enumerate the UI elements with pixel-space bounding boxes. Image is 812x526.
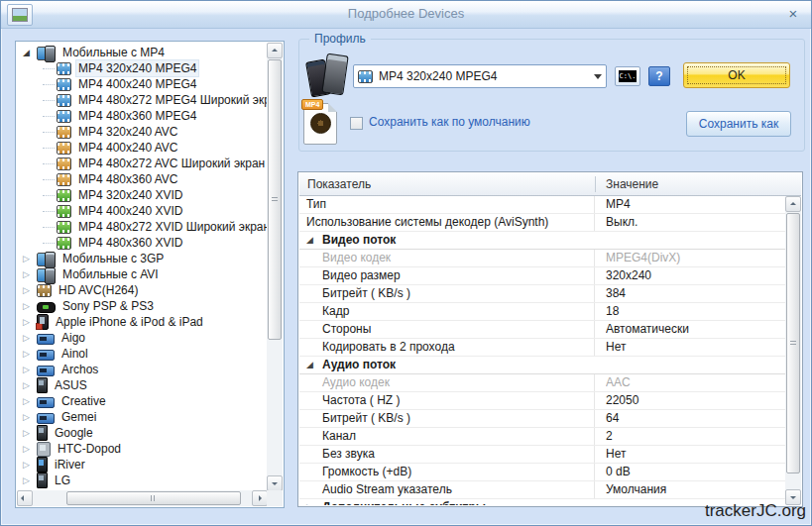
expand-arrow-icon[interactable]: ▷ [23,441,37,457]
property-name: Стороны [299,321,594,338]
arrow-down-icon [272,482,278,485]
expand-arrow-icon[interactable]: ▷ [23,282,37,298]
expand-arrow-icon[interactable]: ▷ [23,251,37,266]
collapse-arrow-icon[interactable]: ◢ [306,357,313,373]
tree-item[interactable]: ▷HD AVC(H264) [17,282,267,298]
expand-arrow-icon[interactable]: ▷ [23,377,37,393]
expand-arrow-icon[interactable]: ▷ [23,425,37,441]
expand-arrow-icon[interactable]: ▷ [23,330,37,346]
table-row[interactable]: Видео кодекMPEG4(DivX) [299,250,785,267]
table-row[interactable]: Канал2 [299,428,785,446]
table-row[interactable]: Битрейт ( KB/s )384 [299,285,785,303]
table-row[interactable]: Использование системы декодер (AviSynth)… [299,214,785,232]
tree-item[interactable]: ◢Мобильные с MP4 [17,45,267,60]
tree-item[interactable]: MP4 480x360 AVC [17,171,267,187]
tree-item[interactable]: ▷LG [17,473,267,488]
tree-item[interactable]: ▷Apple iPhone & iPod & iPad [17,314,267,330]
property-value: 2 [606,428,785,445]
table-vertical-scrollbar[interactable] [785,196,801,505]
tree-item[interactable]: MP4 400x240 MPEG4 [17,76,267,92]
scroll-right-button[interactable] [252,490,268,506]
tree-item[interactable]: ▷Aigo [17,330,267,346]
help-button[interactable]: ? [648,66,670,86]
collapse-arrow-icon[interactable]: ◢ [23,45,37,60]
expand-arrow-icon[interactable]: ▷ [23,457,37,473]
table-scroll-thumb[interactable] [786,213,800,473]
column-header-name[interactable]: Показатель [307,173,371,195]
group-row-label: Видео поток [322,232,396,249]
table-row[interactable]: Кадр18 [299,303,785,321]
column-divider [594,464,595,480]
tree-item[interactable]: ▷ASUS [17,377,267,393]
tree-item[interactable]: ▷Google [17,425,267,441]
film-icon [57,94,71,107]
property-name: Аудио кодек [299,374,594,391]
expand-arrow-icon[interactable]: ▷ [306,499,313,505]
table-row[interactable]: Видео размер320x240 [299,267,785,285]
tree-item-label: iRiver [53,457,87,473]
arrow-up-icon [272,49,278,52]
expand-arrow-icon[interactable]: ▷ [23,393,37,409]
collapse-arrow-icon[interactable]: ◢ [306,232,313,249]
expand-arrow-icon[interactable]: ▷ [23,298,37,314]
scroll-up-button[interactable] [785,196,801,212]
table-row[interactable]: Битрейт ( KB/s )64 [299,410,785,428]
column-header-value[interactable]: Значение [606,173,658,195]
table-row[interactable]: Аудио кодекAAC [299,374,785,392]
tree-item[interactable]: MP4 480x272 AVC Широкий экран [17,156,267,171]
ok-button[interactable]: OK [683,62,790,88]
expand-arrow-icon[interactable]: ▷ [23,362,37,377]
tree-item[interactable]: ▷Мобильные с 3GP [17,251,267,266]
player-icon [37,350,55,361]
tree-item[interactable]: MP4 320x240 AVC [17,124,267,140]
save-as-button[interactable]: Сохранить как [686,111,791,137]
tree-scroll-thumb[interactable] [268,59,282,340]
property-value: MP4 [606,196,785,213]
table-row[interactable]: СтороныАвтоматически [299,321,785,339]
tree-horizontal-scrollbar[interactable] [17,490,268,506]
property-value: Умолчания [606,481,785,498]
tree-item[interactable]: ▷Ainol [17,346,267,362]
tree-item[interactable]: ▷Archos [17,362,267,377]
table-group-row[interactable]: ◢Аудио поток [299,357,785,374]
close-icon[interactable]: × [783,4,803,24]
scroll-down-button[interactable] [267,475,283,491]
expand-arrow-icon[interactable]: ▷ [23,314,37,330]
column-divider [594,339,595,356]
column-divider [594,285,595,302]
tree-item[interactable]: ▷Sony PSP & PS3 [17,298,267,314]
tree-item[interactable]: ▷Creative [17,393,267,409]
tree-item[interactable]: ▷HTC-Dopod [17,441,267,457]
table-row[interactable]: Частота ( HZ )22050 [299,392,785,410]
tree-item[interactable]: MP4 480x272 MPEG4 Широкий экран [17,92,267,108]
tree-item[interactable]: MP4 480x272 XVID Широкий экран [17,219,267,235]
scroll-up-button[interactable] [267,43,283,58]
table-row[interactable]: Без звукаНет [299,446,785,464]
expand-arrow-icon[interactable]: ▷ [23,409,37,425]
table-row[interactable]: Громкость (+dB)0 dB [299,464,785,481]
tree-item[interactable]: MP4 320x240 XVID [17,187,267,203]
tree-item[interactable]: MP4 400x240 AVC [17,140,267,156]
profile-combobox[interactable]: MP4 320x240 MPEG4 [353,64,607,88]
command-line-button[interactable]: C:\. [615,66,640,86]
tree-hscroll-thumb[interactable] [66,491,241,505]
tree-item[interactable]: ▷iRiver [17,457,267,473]
table-row[interactable]: Audio Stream указательУмолчания [299,481,785,499]
save-default-checkbox-label[interactable]: Сохранить как по умолчанию [369,115,530,129]
tree-item[interactable]: ▷Gemei [17,409,267,425]
table-row[interactable]: Кодировать в 2 проходаНет [299,339,785,357]
table-row[interactable]: ТипMP4 [299,196,785,214]
scroll-left-button[interactable] [17,490,33,506]
tree-item[interactable]: MP4 320x240 MPEG4 [17,60,267,76]
tree-item[interactable]: MP4 480x360 XVID [17,235,267,251]
tree-item[interactable]: MP4 480x360 MPEG4 [17,108,267,124]
expand-arrow-icon[interactable]: ▷ [23,473,37,488]
tree-vertical-scrollbar[interactable] [267,43,283,491]
tree-item[interactable]: ▷Мобильные с AVI [17,266,267,282]
expand-arrow-icon[interactable]: ▷ [23,266,37,282]
tree-item[interactable]: MP4 400x240 XVID [17,203,267,219]
table-group-row[interactable]: ◢Видео поток [299,232,785,250]
expand-arrow-icon[interactable]: ▷ [23,346,37,362]
psp-icon [37,302,56,313]
save-default-checkbox[interactable] [350,117,363,130]
